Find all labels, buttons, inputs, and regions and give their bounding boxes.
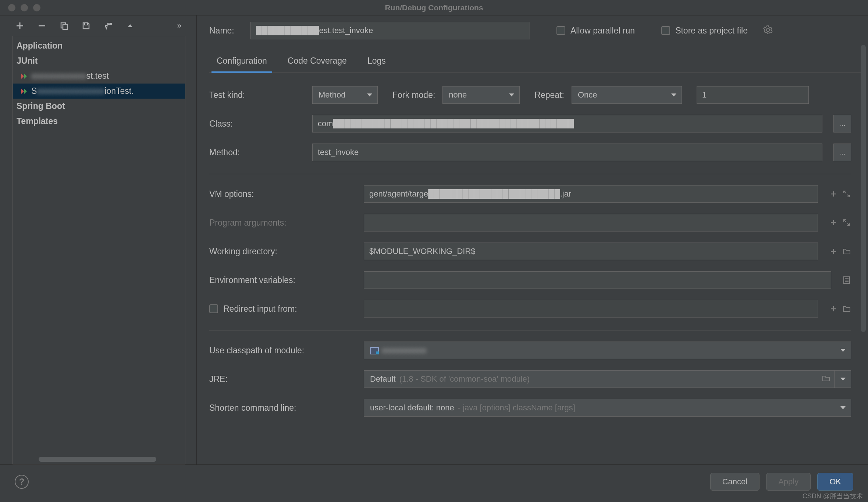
env-vars-list-icon[interactable]	[842, 276, 851, 284]
row-program-args: Program arguments:	[209, 214, 851, 231]
shorten-label: Shorten command line:	[209, 403, 356, 413]
working-dir-input[interactable]	[364, 243, 818, 260]
row-classpath: Use classpath of module: xxxxxxxxxxx	[209, 342, 851, 359]
program-args-input[interactable]	[364, 214, 818, 231]
module-icon	[370, 347, 378, 354]
name-row: Name: Allow parallel run Store as projec…	[209, 18, 862, 43]
watermark: CSDN @胖当当技术	[803, 492, 863, 501]
class-input[interactable]	[312, 115, 822, 132]
apply-button[interactable]: Apply	[766, 473, 811, 491]
jre-browse-icon[interactable]	[822, 374, 830, 384]
vm-options-expand-icon[interactable]	[842, 190, 851, 198]
minimize-window-button[interactable]	[21, 4, 28, 11]
divider-2	[209, 330, 851, 330]
shorten-hint: - java [options] className [args]	[458, 403, 575, 413]
close-window-button[interactable]	[8, 4, 15, 11]
jre-value: Default	[370, 374, 396, 384]
program-args-expand-icon[interactable]	[842, 218, 851, 227]
allow-parallel-checkbox[interactable]	[556, 26, 565, 35]
content-vertical-scrollbar[interactable]	[861, 45, 866, 332]
env-vars-input[interactable]	[364, 271, 831, 289]
method-browse-button[interactable]: …	[833, 144, 851, 161]
tree-group-templates[interactable]: Templates	[13, 114, 185, 129]
jre-label: JRE:	[209, 374, 356, 384]
vm-options-input[interactable]	[364, 185, 818, 203]
redirect-browse-icon[interactable]	[842, 304, 851, 313]
move-up-button[interactable]	[125, 21, 135, 31]
sidebar: » Application JUnit xxxxxxxxxxxxxst.test…	[0, 15, 197, 464]
name-input[interactable]	[250, 22, 530, 39]
redirect-label: Redirect input from:	[223, 304, 297, 314]
tab-logs[interactable]: Logs	[366, 56, 387, 73]
expand-toolbar-button[interactable]: »	[177, 21, 182, 31]
cancel-button[interactable]: Cancel	[710, 473, 760, 491]
redirect-add-icon[interactable]	[829, 304, 838, 313]
redirect-checkbox[interactable]	[209, 304, 218, 313]
vm-options-add-icon[interactable]	[829, 190, 838, 198]
fork-mode-select[interactable]: none	[442, 86, 520, 104]
row-working-dir: Working directory:	[209, 243, 851, 260]
divider-1	[209, 174, 851, 174]
test-kind-select[interactable]: Method	[312, 86, 378, 104]
remove-config-button[interactable]	[37, 21, 47, 31]
class-browse-button[interactable]: …	[833, 115, 851, 132]
save-config-button[interactable]	[81, 21, 91, 31]
main-container: » Application JUnit xxxxxxxxxxxxxst.test…	[0, 15, 868, 464]
tree-group-application[interactable]: Application	[13, 38, 185, 53]
footer: ? Cancel Apply OK	[0, 464, 868, 498]
row-shorten: Shorten command line: user-local default…	[209, 399, 851, 417]
name-label: Name:	[209, 26, 242, 36]
row-method: Method: …	[209, 144, 851, 161]
svg-rect-1	[63, 24, 67, 29]
jre-hint: (1.8 - SDK of 'common-soa' module)	[399, 374, 530, 384]
working-dir-add-icon[interactable]	[829, 247, 838, 256]
vm-options-label: VM options:	[209, 189, 356, 199]
allow-parallel-label: Allow parallel run	[570, 26, 635, 36]
tab-configuration[interactable]: Configuration	[215, 56, 268, 73]
working-dir-label: Working directory:	[209, 247, 356, 257]
add-config-button[interactable]	[15, 21, 25, 31]
program-args-label: Program arguments:	[209, 218, 356, 228]
store-project-checkbox[interactable]	[661, 26, 670, 35]
repeat-select[interactable]: Once	[572, 86, 682, 104]
shorten-value: user-local default: none	[370, 403, 454, 413]
classpath-value: xxxxxxxxxxx	[382, 346, 426, 355]
store-project-label: Store as project file	[675, 26, 748, 36]
tabs: Configuration Code Coverage Logs	[209, 56, 862, 73]
sidebar-toolbar: »	[0, 15, 196, 36]
tree-group-springboot[interactable]: Spring Boot	[13, 99, 185, 114]
tree-leaf-label: xxxxxxxxxxxxxst.test	[31, 71, 109, 81]
config-tree: Application JUnit xxxxxxxxxxxxxst.test S…	[13, 36, 185, 464]
tab-code-coverage[interactable]: Code Coverage	[286, 56, 348, 73]
repeat-count-input[interactable]	[697, 86, 809, 104]
content-panel: Name: Allow parallel run Store as projec…	[197, 15, 868, 464]
junit-run-icon	[19, 72, 28, 81]
shorten-select[interactable]: user-local default: none - java [options…	[364, 399, 851, 417]
tree-leaf-label: SxxxxxxxxxxxxxxxxionTest.	[31, 86, 134, 96]
settings-gear-button[interactable]	[763, 25, 773, 36]
program-args-add-icon[interactable]	[829, 218, 838, 227]
classpath-label: Use classpath of module:	[209, 346, 356, 356]
classpath-select[interactable]: xxxxxxxxxxx	[364, 342, 851, 359]
working-dir-browse-icon[interactable]	[842, 247, 851, 256]
method-input[interactable]	[312, 144, 822, 161]
zoom-window-button[interactable]	[33, 4, 40, 11]
repeat-label: Repeat:	[534, 90, 564, 100]
copy-config-button[interactable]	[59, 21, 69, 31]
redirect-input[interactable]	[364, 300, 818, 318]
edit-templates-button[interactable]	[103, 21, 113, 31]
env-vars-label: Environment variables:	[209, 275, 356, 285]
allow-parallel-group: Allow parallel run	[556, 26, 635, 36]
tree-leaf-test1[interactable]: xxxxxxxxxxxxxst.test	[13, 68, 185, 84]
tree-leaf-test2[interactable]: SxxxxxxxxxxxxxxxxionTest.	[13, 84, 185, 99]
tree-horizontal-scrollbar[interactable]	[39, 457, 156, 462]
method-label: Method:	[209, 148, 305, 158]
ok-button[interactable]: OK	[817, 473, 853, 491]
help-button[interactable]: ?	[15, 475, 29, 489]
jre-select[interactable]: Default (1.8 - SDK of 'common-soa' modul…	[364, 370, 851, 388]
titlebar: Run/Debug Configurations	[0, 0, 868, 15]
row-redirect: Redirect input from:	[209, 300, 851, 318]
row-jre: JRE: Default (1.8 - SDK of 'common-soa' …	[209, 370, 851, 388]
row-class: Class: …	[209, 115, 851, 132]
tree-group-junit[interactable]: JUnit	[13, 53, 185, 68]
